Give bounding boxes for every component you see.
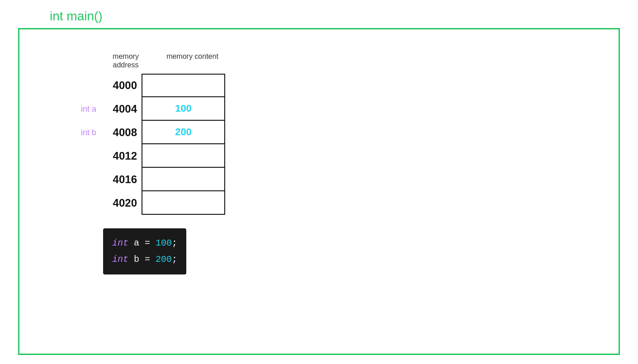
row-cell-5 bbox=[142, 191, 225, 215]
table-row: 4012 bbox=[65, 144, 225, 168]
code-rest-2: b = bbox=[128, 254, 156, 265]
code-rest-1: a = bbox=[128, 238, 156, 248]
table-row: int b 4008 200 bbox=[65, 121, 225, 144]
row-cell-1: 100 bbox=[142, 97, 225, 121]
row-cell-2: 200 bbox=[142, 121, 225, 144]
function-title: int main() bbox=[18, 9, 620, 24]
row-cell-0 bbox=[142, 74, 225, 97]
table-row: 4016 bbox=[65, 168, 225, 191]
code-num-1: 100 bbox=[156, 238, 172, 248]
row-label-2: int b bbox=[65, 128, 101, 137]
memory-rows: 4000 int a 4004 100 int b 4008 200 4012 bbox=[65, 74, 225, 215]
code-num-2: 200 bbox=[156, 254, 172, 265]
row-cell-3 bbox=[142, 144, 225, 168]
row-address-3: 4012 bbox=[101, 150, 142, 162]
code-line-2: int b = 200; bbox=[112, 251, 177, 268]
row-address-2: 4008 bbox=[101, 126, 142, 139]
row-address-4: 4016 bbox=[101, 173, 142, 186]
code-semi-2: ; bbox=[172, 254, 177, 265]
code-semi-1: ; bbox=[172, 238, 177, 248]
address-column-header: memory address bbox=[105, 52, 146, 69]
memory-diagram: memory address memory content 4000 int a… bbox=[65, 52, 600, 215]
code-line-1: int a = 100; bbox=[112, 235, 177, 251]
outer-container: int main() memory address memory content… bbox=[0, 0, 638, 364]
row-address-1: 4004 bbox=[101, 103, 142, 115]
keyword-int-2: int bbox=[112, 254, 128, 265]
table-row: int a 4004 100 bbox=[65, 97, 225, 121]
row-label-1: int a bbox=[65, 104, 101, 114]
main-box: memory address memory content 4000 int a… bbox=[18, 28, 620, 355]
row-cell-4 bbox=[142, 168, 225, 191]
row-address-0: 4000 bbox=[101, 79, 142, 92]
keyword-int-1: int bbox=[112, 238, 128, 248]
code-block: int a = 100; int b = 200; bbox=[103, 228, 186, 274]
table-row: 4020 bbox=[65, 191, 225, 215]
row-address-5: 4020 bbox=[101, 197, 142, 209]
column-headers: memory address memory content bbox=[105, 52, 234, 69]
content-column-header: memory content bbox=[151, 52, 234, 69]
table-row: 4000 bbox=[65, 74, 225, 97]
